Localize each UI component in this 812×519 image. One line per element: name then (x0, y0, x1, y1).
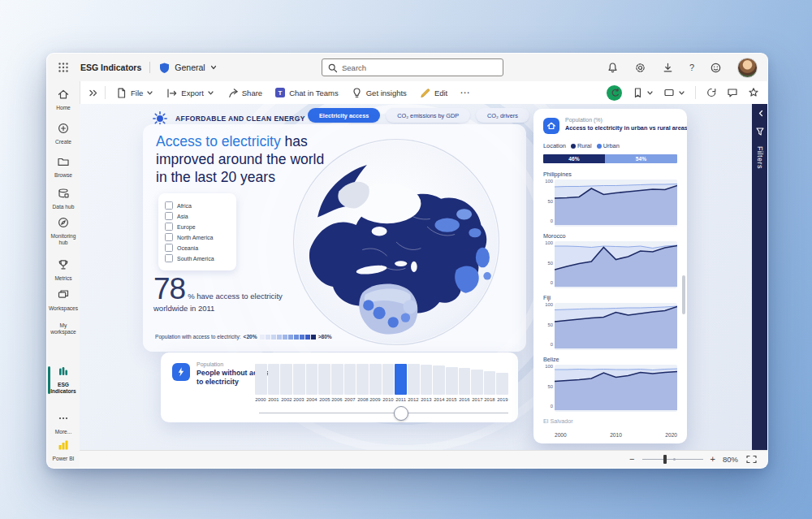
checkbox[interactable] (165, 201, 173, 210)
timeline-bar[interactable] (421, 365, 433, 395)
sidebar-item-data-hub[interactable]: Data hub (47, 187, 80, 210)
timeline-bar[interactable] (496, 373, 508, 395)
y-tick: 50 (542, 199, 553, 204)
more-options-button[interactable]: ⋯ (460, 87, 470, 98)
sidebar-item-more[interactable]: More... (47, 412, 80, 435)
sidebar-item-monitoring-hub[interactable]: Monitoring hub (47, 216, 80, 246)
sidebar-item-workspaces[interactable]: Workspaces (47, 288, 80, 312)
zoom-slider[interactable] (642, 459, 703, 460)
timeline-bar[interactable] (446, 367, 458, 395)
globe-map-visual[interactable] (288, 134, 504, 350)
continent-filter-card: AfricaAsiaEuropeNorth AmericaOceaniaSout… (158, 193, 236, 270)
timeline-bar[interactable] (356, 364, 369, 395)
checkbox[interactable] (165, 244, 173, 252)
download-icon[interactable] (662, 62, 674, 74)
expand-nav-button[interactable] (88, 88, 98, 98)
checkbox[interactable] (165, 212, 173, 220)
report-canvas: AFFORDABLE AND CLEAN ENERGY Electricity … (80, 104, 767, 450)
home-icon (57, 88, 70, 101)
split-bar[interactable]: 46%54% (543, 154, 677, 163)
sidebar-item-metrics[interactable]: Metrics (47, 258, 80, 282)
year-slider-handle[interactable] (394, 406, 408, 421)
notifications-bell-icon[interactable] (607, 62, 619, 74)
split-bar-segment[interactable]: 54% (605, 154, 677, 163)
refresh-visual-button[interactable] (607, 85, 622, 101)
area-chart[interactable] (555, 179, 677, 227)
sidebar-item-power-bi[interactable]: Power BI (47, 439, 80, 462)
export-menu-button[interactable]: Export (166, 87, 214, 99)
filter-funnel-icon[interactable] (755, 127, 765, 136)
timeline-bar[interactable] (344, 364, 356, 395)
panel-scrollbar[interactable] (682, 275, 685, 314)
legend-swatch (277, 335, 282, 340)
feedback-smiley-icon[interactable] (710, 62, 722, 74)
tab-co2-drivers[interactable]: CO₂ drivers (476, 108, 529, 123)
timeline-bar[interactable] (433, 365, 445, 395)
year-label: 2018 (485, 396, 495, 402)
continent-row[interactable]: Europe (165, 223, 230, 231)
tab-electricity-access[interactable]: Electricity access (308, 108, 380, 123)
zoom-out-button[interactable]: − (629, 455, 634, 464)
zoom-slider-handle[interactable] (663, 455, 667, 464)
area-chart[interactable] (555, 365, 677, 412)
urban-rural-panel: Population (%) Access to electricity in … (533, 109, 687, 443)
timeline-bar[interactable] (255, 364, 267, 395)
year-slider-track[interactable] (259, 413, 508, 413)
refresh-icon[interactable] (706, 87, 717, 98)
timeline-bar[interactable] (306, 364, 318, 395)
checkbox[interactable] (165, 254, 173, 262)
chat-in-teams-button[interactable]: T Chat in Teams (274, 87, 339, 98)
share-button[interactable]: Share (227, 87, 262, 99)
sidebar-item-esg-indicators[interactable]: ESG Indicators (47, 365, 80, 395)
timeline-bar[interactable] (268, 364, 280, 395)
timeline-bar[interactable] (293, 364, 305, 395)
timeline-bar[interactable] (369, 364, 382, 395)
continent-row[interactable]: South America (165, 254, 230, 262)
timeline-bar[interactable] (484, 371, 496, 395)
timeline-bar[interactable] (318, 364, 330, 395)
area-chart[interactable] (555, 241, 677, 288)
edit-button[interactable]: Edit (419, 87, 447, 99)
bookmarks-button[interactable] (632, 87, 654, 98)
continent-row[interactable]: Africa (165, 201, 230, 210)
timeline-bar[interactable] (395, 364, 407, 395)
continent-row[interactable]: North America (165, 233, 230, 241)
legend-rural[interactable]: Rural (571, 142, 592, 149)
zoom-in-button[interactable]: + (710, 455, 715, 464)
sidebar-item-my-workspace[interactable]: My workspace (47, 322, 80, 335)
user-avatar[interactable] (737, 58, 758, 78)
tab-co2-emissions-by-gdp[interactable]: CO₂ emissions by GDP (386, 108, 470, 123)
sidebar-item-browse[interactable]: Browse (47, 155, 80, 179)
timeline-bar[interactable] (382, 364, 395, 395)
continent-row[interactable]: Asia (165, 212, 230, 220)
timeline-bar[interactable] (459, 368, 471, 395)
settings-gear-icon[interactable] (634, 62, 646, 74)
timeline-bar[interactable] (408, 364, 420, 395)
help-icon[interactable]: ? (689, 63, 694, 72)
sidebar-item-home[interactable]: Home (47, 88, 80, 111)
shield-icon (158, 62, 171, 74)
area-chart[interactable] (555, 303, 677, 350)
svg-text:T: T (279, 89, 283, 97)
timeline-bar[interactable] (471, 370, 483, 395)
view-menu-button[interactable] (663, 87, 685, 98)
timeline-bar[interactable] (331, 364, 343, 395)
collapse-chevron-icon[interactable] (755, 109, 765, 119)
legend-urban[interactable]: Urban (597, 142, 620, 149)
file-menu-button[interactable]: File (115, 87, 153, 99)
continent-row[interactable]: Oceania (165, 244, 230, 252)
timeline-bar-column: 2012 (408, 364, 420, 402)
search-input[interactable]: Search (322, 58, 503, 76)
favorite-star-icon[interactable] (748, 87, 759, 98)
fit-to-screen-icon[interactable] (745, 454, 758, 465)
sidebar-item-create[interactable]: Create (47, 122, 80, 145)
checkbox[interactable] (165, 223, 173, 231)
timeline-bar[interactable] (280, 364, 292, 395)
filters-pane-collapsed[interactable]: Filters (752, 104, 767, 450)
get-insights-button[interactable]: Get insights (351, 87, 407, 99)
comments-icon[interactable] (727, 87, 738, 98)
split-bar-segment[interactable]: 46% (543, 154, 605, 163)
checkbox[interactable] (165, 233, 173, 241)
team-selector[interactable]: General (158, 62, 217, 74)
waffle-menu-icon[interactable] (58, 62, 69, 73)
